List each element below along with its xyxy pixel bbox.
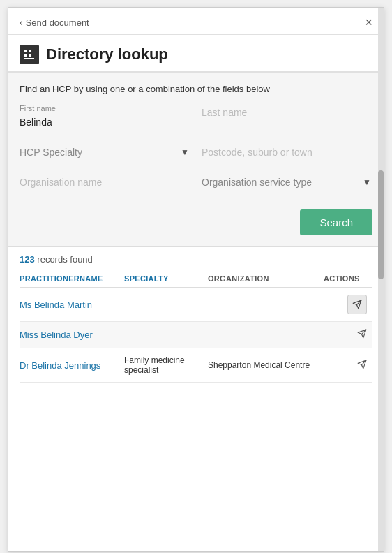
row1-name: Ms Belinda Martin — [20, 300, 124, 310]
search-form: Find an HCP by using one or a combinatio… — [8, 73, 384, 247]
col-organization: ORGANIZATION — [208, 274, 324, 283]
form-description: Find an HCP by using one or a combinatio… — [20, 84, 372, 94]
back-label: Send document — [26, 17, 89, 28]
back-link[interactable]: ‹ Send document — [20, 17, 89, 28]
postcode-field — [202, 144, 372, 161]
col-specialty: SPECIALTY — [124, 274, 208, 283]
first-name-field: First name — [20, 104, 190, 131]
table-header: PRACTITIONERNAME SPECIALTY ORGANIZATION … — [20, 270, 372, 288]
postcode-input[interactable] — [202, 144, 372, 161]
row3-actions — [324, 360, 372, 371]
last-name-input[interactable] — [202, 104, 372, 121]
row2-send-button[interactable] — [357, 329, 367, 341]
org-service-field: Organisation service type Hospital Clini… — [202, 174, 372, 191]
top-bar: ‹ Send document × — [8, 8, 384, 35]
specialty-location-row: HCP Specialty General Practitioner Cardi… — [20, 144, 372, 161]
row2-name: Miss Belinda Dyer — [20, 330, 124, 340]
org-service-select[interactable]: Organisation service type Hospital Clini… — [202, 174, 372, 191]
search-button-row: Search — [20, 204, 372, 239]
first-name-label: First name — [20, 104, 190, 112]
svg-rect-2 — [29, 50, 31, 52]
records-count: 123 — [20, 254, 35, 265]
table-row: Dr Belinda Jennings Family medicine spec… — [20, 348, 372, 383]
last-name-field — [202, 104, 372, 131]
scrollbar[interactable] — [378, 8, 384, 551]
row3-specialty: Family medicine specialist — [124, 355, 208, 375]
organisation-row: Organisation service type Hospital Clini… — [20, 174, 372, 191]
row3-name: Dr Belinda Jennings — [20, 360, 124, 371]
results-table: PRACTITIONERNAME SPECIALTY ORGANIZATION … — [20, 270, 372, 383]
first-name-input[interactable] — [20, 114, 190, 131]
row1-actions — [324, 295, 372, 314]
search-button[interactable]: Search — [300, 209, 372, 235]
table-row: Miss Belinda Dyer — [20, 322, 372, 348]
row3-send-button[interactable] — [357, 360, 367, 371]
table-row: Ms Belinda Martin — [20, 288, 372, 322]
row1-send-button[interactable] — [347, 295, 367, 314]
col-actions: ACTIONS — [324, 274, 372, 283]
hcp-specialty-field: HCP Specialty General Practitioner Cardi… — [20, 144, 190, 161]
page-title: Directory lookup — [46, 45, 168, 64]
svg-rect-1 — [24, 54, 27, 57]
back-arrow-icon: ‹ — [20, 17, 23, 28]
org-name-field — [20, 174, 190, 191]
org-name-input[interactable] — [20, 174, 190, 191]
hcp-specialty-select[interactable]: HCP Specialty General Practitioner Cardi… — [20, 144, 190, 161]
main-panel: ‹ Send document × Directory lookup Find … — [8, 7, 384, 552]
row2-actions — [324, 329, 372, 341]
svg-rect-3 — [29, 54, 31, 57]
close-button[interactable]: × — [365, 16, 372, 29]
scrollbar-thumb[interactable] — [378, 170, 384, 279]
page-header: Directory lookup — [8, 35, 384, 73]
results-section: 123 records found PRACTITIONERNAME SPECI… — [8, 247, 384, 383]
records-label: records found — [37, 254, 93, 265]
directory-icon — [20, 45, 39, 64]
svg-rect-4 — [24, 58, 34, 59]
col-practitioner: PRACTITIONERNAME — [20, 274, 124, 283]
svg-rect-0 — [24, 50, 27, 52]
name-row: First name — [20, 104, 372, 131]
row3-org: Shepparton Medical Centre — [208, 360, 324, 370]
records-found-row: 123 records found — [20, 254, 372, 265]
